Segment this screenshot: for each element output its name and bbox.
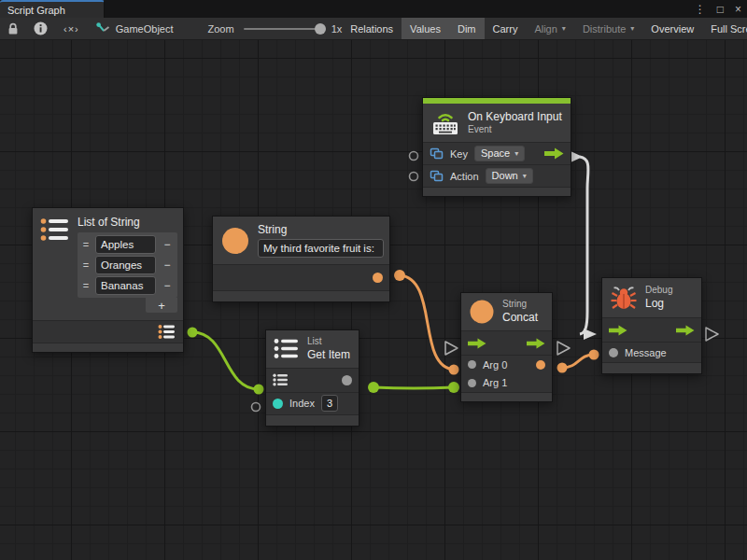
zoom-slider[interactable]	[244, 28, 324, 30]
values-button[interactable]: Values	[402, 18, 449, 39]
node-header[interactable]: On Keyboard Input Event	[423, 104, 571, 142]
list-item-field[interactable]: Bananas	[95, 276, 156, 295]
trigger-row	[461, 330, 552, 355]
node-get-item[interactable]: List Get Item Index 3	[265, 329, 359, 427]
graph-icon	[96, 22, 110, 35]
node-header[interactable]: Debug Log	[602, 278, 701, 317]
trigger-out-arrow[interactable]	[544, 147, 564, 160]
graph-canvas[interactable]: On Keyboard Input Event Key Space ▾	[0, 40, 747, 560]
node-string-literal[interactable]: String My third favorite fruit is:	[212, 216, 390, 302]
align-button[interactable]: Align ▾	[526, 18, 573, 39]
item-output-port[interactable]	[342, 375, 352, 385]
action-label: Action	[450, 171, 479, 182]
chevron-down-icon: ▾	[523, 172, 527, 181]
unconnected-trigger-concat-in[interactable]	[445, 342, 458, 355]
node-footer	[423, 187, 571, 196]
list-icon	[274, 338, 300, 360]
wire-concat-to-log[interactable]	[562, 355, 594, 368]
drag-handle-icon[interactable]: =	[80, 280, 92, 291]
wire-endpoint	[394, 270, 405, 281]
list-item-field[interactable]: Apples	[95, 235, 156, 254]
key-label: Key	[450, 148, 468, 160]
button-label: Align	[534, 23, 557, 35]
arg1-input-port[interactable]	[468, 379, 476, 387]
lock-button[interactable]	[0, 18, 26, 39]
arg0-row: Arg 0	[461, 355, 552, 373]
index-field[interactable]: 3	[321, 395, 338, 413]
button-label: Dim	[458, 23, 476, 35]
list-item-field[interactable]: Oranges	[95, 256, 156, 274]
unconnected-port-index[interactable]	[252, 403, 261, 412]
node-header[interactable]: String My third favorite fruit is:	[213, 217, 389, 264]
list-input-port-icon[interactable]	[273, 373, 289, 386]
key-value: Space	[481, 147, 510, 160]
window-menu-icon[interactable]: ⋮	[695, 4, 706, 15]
remove-item-button[interactable]: −	[160, 279, 175, 292]
wire-endpoint	[448, 382, 459, 393]
wire-string-to-concat[interactable]	[400, 275, 454, 370]
wire-getitem-to-concat[interactable]	[374, 387, 454, 388]
node-header[interactable]: List of String = Apples − = Oranges −	[33, 208, 183, 320]
trigger-out-arrow[interactable]	[676, 325, 695, 336]
trigger-in-arrow[interactable]	[609, 325, 627, 336]
carry-button[interactable]: Carry	[485, 18, 527, 39]
trigger-out-arrow[interactable]	[527, 338, 545, 349]
node-category: String	[502, 299, 538, 311]
list-icon	[40, 217, 70, 243]
remove-item-button[interactable]: −	[160, 238, 175, 251]
trigger-in-arrow[interactable]	[468, 338, 486, 349]
index-input-port[interactable]	[273, 399, 283, 409]
drag-handle-icon[interactable]: =	[80, 259, 92, 271]
gameobject-reference[interactable]: GameObject	[88, 18, 182, 39]
arg0-input-port[interactable]	[468, 360, 476, 369]
wire-end-arrow	[584, 329, 597, 340]
add-item-button[interactable]: +	[146, 298, 177, 313]
distribute-button[interactable]: Distribute ▾	[574, 18, 642, 39]
button-label: Full Screen	[711, 23, 747, 35]
close-icon[interactable]: ×	[735, 4, 741, 15]
list-output-port-icon[interactable]	[158, 324, 176, 340]
chevron-down-icon: ▾	[630, 24, 634, 33]
maximize-icon[interactable]: □	[717, 4, 724, 15]
list-item-row: = Apples −	[80, 234, 175, 255]
relations-button[interactable]: Relations	[342, 18, 402, 39]
button-label: Carry	[493, 23, 518, 35]
result-output-port[interactable]	[536, 360, 545, 370]
wire-keyboard-to-log[interactable]	[580, 157, 588, 334]
tab-script-graph[interactable]: Script Graph	[0, 0, 105, 18]
node-debug-log[interactable]: Debug Log Message	[601, 277, 702, 374]
message-input-port[interactable]	[609, 348, 618, 357]
node-on-keyboard-input[interactable]: On Keyboard Input Event Key Space ▾	[422, 97, 571, 197]
arg1-row: Arg 1	[461, 373, 552, 392]
zoom-slider-knob[interactable]	[315, 23, 326, 35]
key-dropdown[interactable]: Space ▾	[474, 146, 525, 161]
unconnected-port-action[interactable]	[410, 173, 418, 181]
node-list-of-string[interactable]: List of String = Apples − = Oranges −	[32, 207, 184, 353]
graph-toolbar: ‹×› GameObject Zoom 1x Relations Values …	[0, 18, 747, 40]
node-footer	[213, 290, 389, 301]
node-footer	[602, 362, 701, 373]
info-button[interactable]	[26, 18, 55, 39]
unconnected-port-key[interactable]	[410, 152, 418, 161]
plus-icon: +	[158, 299, 165, 313]
node-header[interactable]: String Concat	[461, 293, 552, 330]
node-header[interactable]: List Get Item	[266, 330, 359, 368]
action-dropdown[interactable]: Down ▾	[486, 168, 533, 184]
unconnected-trigger-concat-out[interactable]	[557, 342, 570, 355]
drag-handle-icon[interactable]: =	[80, 239, 92, 250]
tab-label: Script Graph	[7, 5, 65, 16]
fullscreen-button[interactable]: Full Screen	[702, 18, 747, 39]
overview-button[interactable]: Overview	[642, 18, 702, 39]
node-concat[interactable]: String Concat Arg 0 Arg 1	[460, 292, 553, 402]
remove-item-button[interactable]: −	[160, 259, 175, 272]
code-view-button[interactable]: ‹×›	[55, 18, 88, 39]
dim-button[interactable]: Dim	[449, 18, 485, 39]
tab-bar: Script Graph ⋮ □ ×	[0, 0, 747, 18]
string-output-port[interactable]	[373, 273, 383, 283]
wire-endpoint	[368, 382, 379, 393]
index-row: Index 3	[266, 392, 359, 414]
string-value-field[interactable]: My third favorite fruit is:	[258, 239, 384, 258]
zoom-label: Zoom	[208, 23, 234, 35]
unconnected-trigger-log-out[interactable]	[706, 328, 718, 341]
wire-list-to-getitem[interactable]	[192, 332, 259, 389]
